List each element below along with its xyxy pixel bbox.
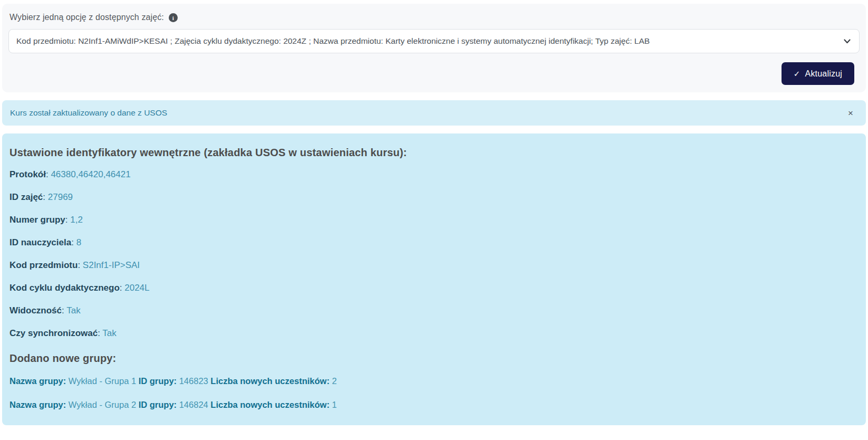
select-label-row: Wybierz jedną opcję z dostępnych zajęć: … <box>8 12 860 22</box>
group-row: Nazwa grupy: Wykład - Grupa 2 ID grupy: … <box>9 400 859 410</box>
course-option-select[interactable]: Kod przedmiotu: N2Inf1-AMiWdIP>KESAI ; Z… <box>8 29 860 53</box>
update-button-label: Aktualizuj <box>805 69 842 79</box>
close-icon[interactable]: × <box>847 108 854 119</box>
button-row: ✓ Aktualizuj <box>8 62 860 85</box>
alert-message: Kurs został zaktualizowany o dane z USOS <box>10 108 167 118</box>
identifier-row: Czy synchronizować: Tak <box>9 328 859 339</box>
identifier-row: ID zajęć: 27969 <box>9 192 859 203</box>
usos-details-panel: Ustawione identyfikatory wewnętrzne (zak… <box>2 133 866 425</box>
group-rows: Nazwa grupy: Wykład - Grupa 1 ID grupy: … <box>9 376 859 410</box>
update-button[interactable]: ✓ Aktualizuj <box>782 62 854 85</box>
groups-heading: Dodano nowe grupy: <box>9 352 859 365</box>
identifier-row: ID nauczyciela: 8 <box>9 237 859 248</box>
identifier-row: Protokół: 46380,46420,46421 <box>9 169 859 180</box>
info-icon[interactable]: i <box>169 13 178 22</box>
panel-heading: Ustawione identyfikatory wewnętrzne (zak… <box>9 147 859 159</box>
select-label: Wybierz jedną opcję z dostępnych zajęć: <box>9 13 164 22</box>
identifier-row: Kod cyklu dydaktycznego: 2024L <box>9 283 859 293</box>
chevron-down-icon <box>844 39 851 44</box>
success-alert: Kurs został zaktualizowany o dane z USOS… <box>2 100 866 126</box>
group-row: Nazwa grupy: Wykład - Grupa 1 ID grupy: … <box>9 376 859 386</box>
identifier-row: Widoczność: Tak <box>9 305 859 316</box>
check-icon: ✓ <box>794 69 801 79</box>
usos-update-form: Wybierz jedną opcję z dostępnych zajęć: … <box>2 4 866 92</box>
identifier-row: Numer grupy: 1,2 <box>9 215 859 225</box>
identifier-rows: Protokół: 46380,46420,46421ID zajęć: 279… <box>9 169 859 339</box>
identifier-row: Kod przedmiotu: S2Inf1-IP>SAI <box>9 260 859 271</box>
course-option-selected-value: Kod przedmiotu: N2Inf1-AMiWdIP>KESAI ; Z… <box>16 36 650 46</box>
